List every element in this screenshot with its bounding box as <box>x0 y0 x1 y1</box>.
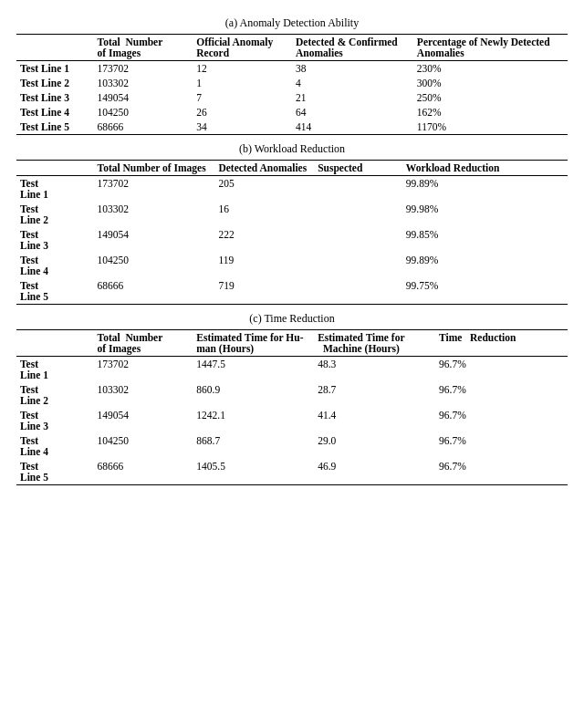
table-cell: 860.9 <box>193 382 314 408</box>
table-cell: 119 <box>214 253 314 278</box>
table-cell: TestLine 4 <box>16 433 94 459</box>
table-cell: 99.85% <box>402 227 568 253</box>
table-cell: 28.7 <box>314 382 435 408</box>
table-a: Total Number of Images Official Anomaly … <box>16 34 568 135</box>
table-cell: 48.3 <box>314 357 435 383</box>
table-cell: 205 <box>214 176 314 203</box>
caption-b: (b) Workload Reduction <box>16 142 568 156</box>
col-header-b-1: Total Number of Im­ages <box>94 161 215 176</box>
table-cell: 173702 <box>94 176 215 203</box>
table-cell: 21 <box>292 90 413 105</box>
table-cell: 16 <box>214 202 314 227</box>
col-header-c-0 <box>16 330 94 357</box>
table-cell: 868.7 <box>193 433 314 459</box>
table-cell: 38 <box>292 61 413 77</box>
table-cell: 29.0 <box>314 433 435 459</box>
table-cell: 103302 <box>94 382 193 408</box>
col-header-a-0 <box>16 35 94 61</box>
table-cell: 104250 <box>94 433 193 459</box>
table-cell: TestLine 3 <box>16 408 94 433</box>
table-cell <box>314 253 402 278</box>
table-cell: 173702 <box>94 357 193 383</box>
table-cell: Test Line 5 <box>16 120 94 135</box>
table-cell: TestLine 5 <box>16 278 94 305</box>
table-cell: 173702 <box>94 61 193 77</box>
table-cell: 222 <box>214 227 314 253</box>
table-cell: 7 <box>193 90 292 105</box>
col-header-c-4: Time Reduc­tion <box>435 330 568 357</box>
table-cell: 719 <box>214 278 314 305</box>
col-header-a-2: Official Anomaly Record <box>193 35 292 61</box>
table-cell: 99.98% <box>402 202 568 227</box>
table-cell: 103302 <box>94 202 215 227</box>
table-cell: 1 <box>193 76 292 90</box>
col-header-b-4: Workload Reduction <box>402 161 568 176</box>
table-cell <box>314 176 402 203</box>
table-cell: 96.7% <box>435 357 568 383</box>
table-cell: TestLine 3 <box>16 227 94 253</box>
table-c: Total Number of Images Estimated Time fo… <box>16 329 568 485</box>
table-cell: 68666 <box>94 120 193 135</box>
table-cell: 300% <box>413 76 568 90</box>
table-cell: 96.7% <box>435 408 568 433</box>
col-header-c-3: Estimated Time for Machine (Hours) <box>314 330 435 357</box>
col-header-b-3: Suspected <box>314 161 402 176</box>
table-cell: 34 <box>193 120 292 135</box>
table-cell: 1242.1 <box>193 408 314 433</box>
table-cell: 4 <box>292 76 413 90</box>
table-cell: 230% <box>413 61 568 77</box>
table-cell: 162% <box>413 105 568 120</box>
table-cell: 26 <box>193 105 292 120</box>
table-cell <box>314 278 402 305</box>
table-cell: 1447.5 <box>193 357 314 383</box>
col-header-c-1: Total Number of Images <box>94 330 193 357</box>
table-cell: 96.7% <box>435 433 568 459</box>
table-cell <box>314 202 402 227</box>
col-header-a-3: Detected & Confirmed Anomalies <box>292 35 413 61</box>
table-cell: 149054 <box>94 227 215 253</box>
table-cell: 68666 <box>94 459 193 485</box>
section-c: (c) Time Reduction Total Number of Image… <box>16 312 568 485</box>
table-cell: Test Line 4 <box>16 105 94 120</box>
caption-c: (c) Time Reduction <box>16 312 568 326</box>
table-cell: TestLine 4 <box>16 253 94 278</box>
table-cell: 250% <box>413 90 568 105</box>
table-cell: 414 <box>292 120 413 135</box>
table-cell: 64 <box>292 105 413 120</box>
table-cell: TestLine 5 <box>16 459 94 485</box>
table-cell: 41.4 <box>314 408 435 433</box>
table-cell: Test Line 2 <box>16 76 94 90</box>
section-a: (a) Anomaly Detection Ability Total Numb… <box>16 16 568 135</box>
table-cell: 1405.5 <box>193 459 314 485</box>
table-cell: 99.89% <box>402 253 568 278</box>
table-cell: 96.7% <box>435 459 568 485</box>
col-header-a-4: Percentage of Newly De­tected Anoma­lies <box>413 35 568 61</box>
table-cell: 96.7% <box>435 382 568 408</box>
table-b: Total Number of Im­ages Detected Anomali… <box>16 160 568 305</box>
table-cell: 46.9 <box>314 459 435 485</box>
table-cell: 99.89% <box>402 176 568 203</box>
table-cell: TestLine 1 <box>16 176 94 203</box>
table-cell: 68666 <box>94 278 215 305</box>
table-cell: 104250 <box>94 253 215 278</box>
table-cell: TestLine 1 <box>16 357 94 383</box>
table-cell: TestLine 2 <box>16 202 94 227</box>
table-cell: 103302 <box>94 76 193 90</box>
table-cell: TestLine 2 <box>16 382 94 408</box>
col-header-c-2: Estimated Time for Hu­man (Hours) <box>193 330 314 357</box>
table-cell <box>314 227 402 253</box>
table-cell: Test Line 3 <box>16 90 94 105</box>
table-cell: 149054 <box>94 90 193 105</box>
table-cell: 12 <box>193 61 292 77</box>
table-cell: 99.75% <box>402 278 568 305</box>
table-cell: 104250 <box>94 105 193 120</box>
col-header-a-1: Total Number of Images <box>94 35 193 61</box>
caption-a: (a) Anomaly Detection Ability <box>16 16 568 30</box>
col-header-b-2: Detected Anomalies <box>214 161 314 176</box>
section-b: (b) Workload Reduction Total Number of I… <box>16 142 568 305</box>
col-header-b-0 <box>16 161 94 176</box>
table-cell: Test Line 1 <box>16 61 94 77</box>
table-cell: 1170% <box>413 120 568 135</box>
table-cell: 149054 <box>94 408 193 433</box>
